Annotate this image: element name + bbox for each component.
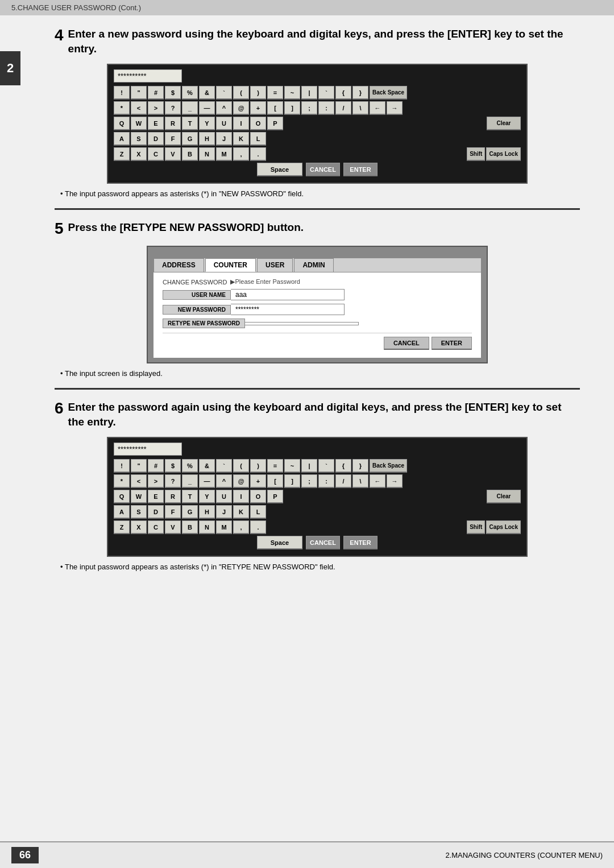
key-at[interactable]: @ (233, 101, 249, 115)
key2-y[interactable]: Y (199, 490, 215, 503)
key-p[interactable]: P (267, 117, 283, 130)
key2-u[interactable]: U (216, 490, 232, 503)
key2-d[interactable]: D (148, 505, 164, 519)
key2-lt[interactable]: < (131, 474, 147, 488)
key2-b[interactable]: B (182, 520, 198, 534)
key2-caret[interactable]: ^ (216, 474, 232, 488)
key-gt[interactable]: > (148, 101, 164, 115)
key2-gt[interactable]: > (148, 474, 164, 488)
key2-j[interactable]: J (216, 505, 232, 519)
key2-k[interactable]: K (233, 505, 249, 519)
key-underscore[interactable]: _ (182, 101, 198, 115)
key-lt[interactable]: < (131, 101, 147, 115)
key2-at[interactable]: @ (233, 474, 249, 488)
key-space1[interactable]: Space (257, 163, 302, 176)
key2-a[interactable]: A (114, 505, 130, 519)
key2-amp[interactable]: & (199, 459, 215, 473)
key-s[interactable]: S (131, 132, 147, 146)
key-hash[interactable]: # (148, 86, 164, 100)
key-percent[interactable]: % (182, 86, 198, 100)
key2-f[interactable]: F (165, 505, 181, 519)
key2-l[interactable]: L (250, 505, 266, 519)
key2-backtick[interactable]: ` (216, 459, 232, 473)
key-d[interactable]: D (148, 132, 164, 146)
screen-enter-btn[interactable]: ENTER (432, 337, 472, 350)
key2-capslock[interactable]: Caps Lock (486, 520, 521, 534)
key-slash[interactable]: / (335, 101, 351, 115)
key2-grave[interactable]: ` (318, 459, 334, 473)
key2-i[interactable]: I (233, 490, 249, 503)
key-colon[interactable]: : (318, 101, 334, 115)
key2-rbracket[interactable]: ] (284, 474, 300, 488)
key-shift1[interactable]: Shift (467, 147, 485, 161)
key2-h[interactable]: H (199, 505, 215, 519)
screen-cancel-btn[interactable]: CANCEL (384, 337, 429, 350)
key-pipe[interactable]: | (301, 86, 317, 100)
key2-clear[interactable]: Clear (487, 490, 521, 503)
tab-admin[interactable]: ADMIN (294, 258, 333, 272)
key2-plus[interactable]: + (250, 474, 266, 488)
key-m[interactable]: M (216, 147, 232, 161)
key-clear1[interactable]: Clear (487, 117, 521, 130)
key2-x[interactable]: X (131, 520, 147, 534)
key2-equals[interactable]: = (267, 459, 283, 473)
key-n[interactable]: N (199, 147, 215, 161)
key2-space[interactable]: Space (257, 536, 302, 549)
key-dash[interactable]: — (199, 101, 215, 115)
key2-q[interactable]: Q (114, 490, 130, 503)
key-cancel1[interactable]: CANCEL (306, 163, 340, 176)
key-caret[interactable]: ^ (216, 101, 232, 115)
key-j[interactable]: J (216, 132, 232, 146)
key-rbrace[interactable]: } (352, 86, 368, 100)
key2-slash[interactable]: / (335, 474, 351, 488)
key2-shift[interactable]: Shift (467, 520, 485, 534)
key-backspace1[interactable]: Back Space (370, 86, 407, 100)
key2-rparen[interactable]: ) (250, 459, 266, 473)
key-lbrace[interactable]: { (335, 86, 351, 100)
key-q[interactable]: Q (114, 117, 130, 130)
tab-user[interactable]: USER (257, 258, 293, 272)
key-v[interactable]: V (165, 147, 181, 161)
key2-quote[interactable]: " (131, 459, 147, 473)
key-u[interactable]: U (216, 117, 232, 130)
key2-backslash[interactable]: \ (352, 474, 368, 488)
key2-semi[interactable]: ; (301, 474, 317, 488)
key-quote[interactable]: " (131, 86, 147, 100)
key2-e[interactable]: E (148, 490, 164, 503)
key-o[interactable]: O (250, 117, 266, 130)
key2-v[interactable]: V (165, 520, 181, 534)
key-lbracket[interactable]: [ (267, 101, 283, 115)
tab-address[interactable]: ADDRESS (154, 258, 204, 272)
key2-tilde[interactable]: ~ (284, 459, 300, 473)
key2-lbrace[interactable]: { (335, 459, 351, 473)
key2-rbrace[interactable]: } (352, 459, 368, 473)
key-b[interactable]: B (182, 147, 198, 161)
key-y[interactable]: Y (199, 117, 215, 130)
key2-percent[interactable]: % (182, 459, 198, 473)
key-period[interactable]: . (250, 147, 266, 161)
key2-t[interactable]: T (182, 490, 198, 503)
key2-asterisk[interactable]: * (114, 474, 130, 488)
key-l[interactable]: L (250, 132, 266, 146)
key-c[interactable]: C (148, 147, 164, 161)
key-h[interactable]: H (199, 132, 215, 146)
key-amp[interactable]: & (199, 86, 215, 100)
key2-z[interactable]: Z (114, 520, 130, 534)
key-equals[interactable]: = (267, 86, 283, 100)
key-g[interactable]: G (182, 132, 198, 146)
key2-s[interactable]: S (131, 505, 147, 519)
key-x[interactable]: X (131, 147, 147, 161)
key2-underscore[interactable]: _ (182, 474, 198, 488)
key-t[interactable]: T (182, 117, 198, 130)
tab-counter[interactable]: COUNTER (205, 258, 256, 272)
key-asterisk[interactable]: * (114, 101, 130, 115)
key-grave[interactable]: ` (318, 86, 334, 100)
key-dollar[interactable]: $ (165, 86, 181, 100)
key2-w[interactable]: W (131, 490, 147, 503)
key-tilde[interactable]: ~ (284, 86, 300, 100)
key2-pipe[interactable]: | (301, 459, 317, 473)
key2-left[interactable]: ← (370, 474, 385, 488)
key2-period[interactable]: . (250, 520, 266, 534)
key-semi[interactable]: ; (301, 101, 317, 115)
key-lparen[interactable]: ( (233, 86, 249, 100)
